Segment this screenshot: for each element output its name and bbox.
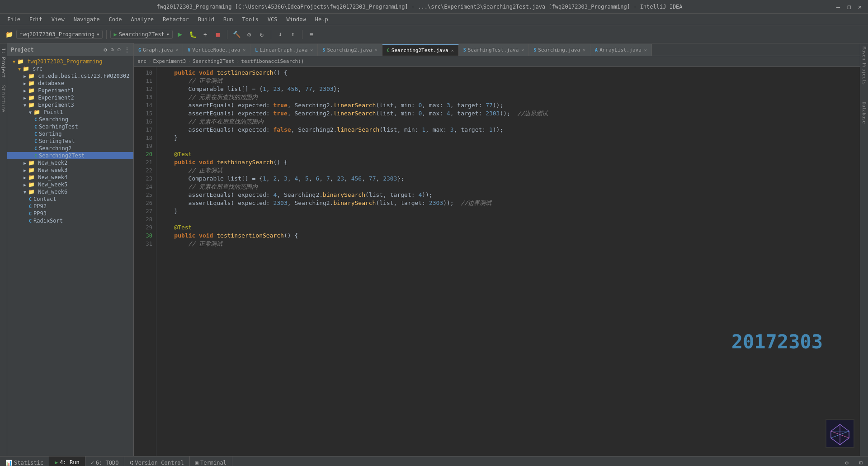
menu-item-build[interactable]: Build: [194, 15, 218, 24]
bc-src[interactable]: src: [137, 58, 146, 64]
tree-item-week3[interactable]: ▶ 📁 New_week3: [7, 166, 133, 174]
tree-item-contact[interactable]: C Contact: [7, 195, 133, 203]
minimize-button[interactable]: —: [835, 3, 842, 10]
tab-vcs[interactable]: ⑆ Version Control: [124, 456, 189, 466]
ln-13: 13: [134, 93, 156, 101]
project-collapse-icon[interactable]: ⊖: [118, 47, 121, 53]
menu-item-code[interactable]: Code: [105, 15, 126, 24]
title-bar: fwq20172303_Programming [C:\Users\45366\…: [0, 0, 868, 14]
tab-icon-linear: L: [255, 48, 258, 52]
tab-close-linear[interactable]: ✕: [310, 48, 313, 52]
tree-item-searching2test[interactable]: C Searching2Test: [7, 152, 133, 159]
update-button[interactable]: ↻: [256, 29, 267, 40]
menu-item-analyze[interactable]: Analyze: [127, 15, 157, 24]
code-content[interactable]: public void testlinearSearch() { // 正常测试…: [156, 67, 860, 456]
sidebar-structure-icon[interactable]: Structure: [0, 82, 7, 115]
tab-close-vertice[interactable]: ✕: [243, 48, 245, 52]
tree-item-searhingtest[interactable]: C SearhingTest: [7, 123, 133, 130]
menu-item-tools[interactable]: Tools: [239, 15, 262, 24]
menu-item-view[interactable]: View: [48, 15, 68, 24]
ln-31: 31: [134, 240, 156, 248]
menu-item-file[interactable]: File: [4, 15, 24, 24]
tab-close-s2[interactable]: ✕: [375, 48, 377, 52]
code-editor[interactable]: 10 11 12 13 14 15 16 17 18 19 20 21 22 2…: [134, 67, 860, 456]
tab-todo[interactable]: ✓ 6: TODO: [85, 456, 125, 466]
tab-verticenode[interactable]: V VerticeNode.java ✕: [183, 44, 250, 56]
tree-item-searching2[interactable]: C Searching2: [7, 145, 133, 152]
bc-method[interactable]: testfibonacciSearch(): [241, 58, 304, 64]
tree-item-week6[interactable]: ▼ 📁 New_week6: [7, 188, 133, 195]
bc-exp3[interactable]: Experiment3: [153, 58, 186, 64]
code-line-27: }: [160, 207, 856, 215]
code-line-15: assertEquals( expected: true, Searching2…: [160, 109, 856, 118]
tab-close-s2t[interactable]: ✕: [451, 48, 454, 53]
cn-folder-icon: ▶: [22, 73, 28, 79]
tab-graph[interactable]: G Graph.java ✕: [134, 44, 183, 56]
project-dropdown[interactable]: fwq20172303_Programming ▾: [16, 30, 103, 39]
tab-settings-gear[interactable]: ⚙: [840, 456, 854, 466]
ln-12: 12: [134, 85, 156, 93]
project-expand-icon[interactable]: ⊕: [111, 47, 114, 53]
tab-searhingtest[interactable]: S SearhingTest.java ✕: [459, 44, 529, 56]
tab-hide[interactable]: ⊞: [854, 456, 868, 466]
menu-item-navigate[interactable]: Navigate: [70, 15, 104, 24]
tree-item-pp93[interactable]: C PP93: [7, 210, 133, 217]
tab-close-s[interactable]: ✕: [583, 48, 585, 52]
maximize-button[interactable]: ❐: [845, 3, 853, 10]
menu-item-help[interactable]: Help: [311, 15, 332, 24]
tab-run[interactable]: ▶ 4: Run: [49, 456, 85, 466]
stop-button[interactable]: ■: [212, 29, 223, 40]
tree-item-cn[interactable]: ▶ 📁 cn.edu.besti.cs1723.FWQ20302: [7, 72, 133, 80]
rs-database-icon[interactable]: Database: [860, 100, 868, 125]
project-more-icon[interactable]: ⋮: [124, 47, 130, 53]
coverage-button[interactable]: ☂: [200, 29, 211, 40]
project-settings-icon[interactable]: ⚙: [104, 47, 107, 53]
bottom-tabs: 📊 Statistic ▶ 4: Run ✓ 6: TODO ⑆ Version…: [0, 456, 868, 466]
tab-searching2test[interactable]: C Searching2Test.java ✕: [382, 44, 459, 56]
vcs-push-button[interactable]: ⬆: [288, 29, 298, 40]
statistic-icon: 📊: [5, 460, 12, 466]
tree-item-pp92[interactable]: C PP92: [7, 203, 133, 210]
tree-item-exp3[interactable]: ▼ 📁 Experiment3: [7, 101, 133, 109]
menu-item-refactor[interactable]: Refactor: [159, 15, 193, 24]
tab-close-al[interactable]: ✕: [644, 48, 647, 52]
debug-button[interactable]: 🐛: [187, 29, 198, 40]
tree-item-week5[interactable]: ▶ 📁 New_week5: [7, 181, 133, 188]
week4-folder-icon: ▶: [22, 174, 28, 181]
tree-item-root[interactable]: ▼ 📁 fwq20172303_Programming: [7, 58, 133, 65]
tree-item-sortingtest[interactable]: C SortingTest: [7, 138, 133, 145]
tab-statistic[interactable]: 📊 Statistic: [0, 456, 49, 466]
tab-lineargraph[interactable]: L LinearGraph.java ✕: [250, 44, 318, 56]
tree-item-radixsort[interactable]: C RadixSort: [7, 217, 133, 224]
rs-maven-icon[interactable]: Maven Projects: [860, 45, 868, 86]
structure-button[interactable]: ≡: [306, 29, 317, 40]
tree-item-exp1[interactable]: ▶ 📁 Experiment1: [7, 87, 133, 94]
tree-item-database[interactable]: ▶ 📁 database: [7, 80, 133, 87]
close-button[interactable]: ✕: [856, 3, 863, 10]
menu-item-vcs[interactable]: VCS: [264, 15, 281, 24]
tree-item-week4[interactable]: ▶ 📁 New_week4: [7, 174, 133, 181]
settings-button[interactable]: ⚙: [244, 29, 255, 40]
tab-close-graph[interactable]: ✕: [175, 48, 178, 52]
tab-searching2[interactable]: S Searching2.java ✕: [318, 44, 382, 56]
tab-searching[interactable]: S Searching.java ✕: [529, 44, 590, 56]
searching2test-icon: C: [33, 152, 39, 159]
tab-terminal[interactable]: ▣ Terminal: [190, 456, 232, 466]
tab-close-st[interactable]: ✕: [521, 48, 524, 52]
run-button[interactable]: ▶: [175, 29, 185, 40]
menu-item-edit[interactable]: Edit: [26, 15, 46, 24]
bc-s2t[interactable]: Searching2Test: [193, 58, 235, 64]
tree-item-week2[interactable]: ▶ 📁 New_week2: [7, 159, 133, 166]
menu-item-run[interactable]: Run: [220, 15, 237, 24]
menu-item-window[interactable]: Window: [283, 15, 309, 24]
tab-arraylist[interactable]: A ArrayList.java ✕: [590, 44, 652, 56]
vcs-update-button[interactable]: ⬇: [275, 29, 286, 40]
build-button[interactable]: 🔨: [231, 29, 242, 40]
run-config-dropdown[interactable]: ▶ Searching2Test ▾: [110, 30, 173, 39]
tree-item-exp2[interactable]: ▶ 📁 Experiment2: [7, 94, 133, 101]
tree-item-sorting[interactable]: C Sorting: [7, 130, 133, 138]
tree-item-src[interactable]: ▼ 📁 src: [7, 65, 133, 72]
sidebar-project-icon[interactable]: 1: Project: [0, 45, 7, 81]
tree-item-searching[interactable]: C Searching: [7, 116, 133, 123]
tree-item-point1[interactable]: ▼ 📁 Point1: [7, 109, 133, 116]
